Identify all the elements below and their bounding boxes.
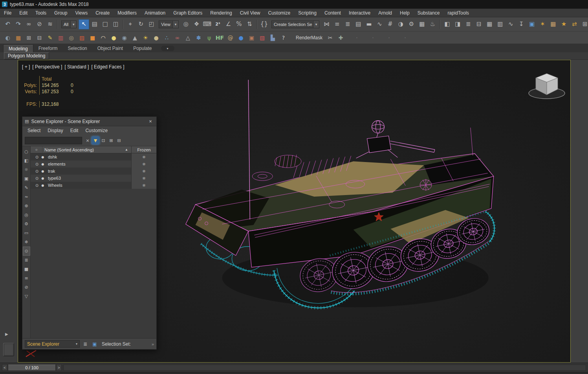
frozen-snowflake-icon[interactable]: ❄ (131, 160, 156, 168)
film-values-icon[interactable]: ▥ (55, 33, 66, 42)
frozen-snowflake-icon[interactable]: ❄ (131, 168, 156, 175)
menu-views[interactable]: Views (71, 9, 92, 17)
row-type63[interactable]: ⊙ ● type63 ❄ (31, 175, 156, 182)
display-xrefs-icon[interactable]: ◎ (23, 210, 30, 219)
chevrons-more-icon[interactable]: » (152, 342, 154, 346)
camera-box-icon[interactable]: ▣ (246, 33, 257, 42)
tab-selection[interactable]: Selection (62, 44, 92, 52)
object-name[interactable]: Wheels (46, 183, 131, 188)
display-helpers-icon[interactable]: ⊕ (23, 201, 30, 210)
object-name[interactable]: type63 (46, 176, 131, 181)
sphere-yellow-icon[interactable]: ● (108, 33, 119, 42)
render-big-icon[interactable]: ▣ (527, 19, 537, 29)
window-crossing-icon[interactable]: ◫ (110, 19, 121, 29)
layers-stack-icon[interactable]: ≣ (81, 340, 89, 348)
reference-coordinate-dropdown[interactable]: View ▾ (159, 20, 179, 28)
column-frozen-header[interactable]: Frozen (131, 146, 156, 153)
dock-explorer-icon[interactable]: ◨ (452, 19, 463, 29)
list-view-icon[interactable]: ≣ (23, 256, 30, 265)
sun-icon[interactable]: ☀ (140, 33, 151, 42)
wire-sphere-icon[interactable]: ◉ (119, 33, 130, 42)
selection-filter-dropdown[interactable]: All ▾ (61, 20, 77, 28)
align-icon[interactable]: ≡ (332, 19, 343, 29)
rectangular-selection-region-icon[interactable]: □ (100, 19, 110, 29)
filter-funnel-icon[interactable]: ▼ (92, 136, 99, 144)
ribbon-minimize-button[interactable]: ▾ (161, 46, 174, 51)
se-menu-select[interactable]: Select (24, 128, 44, 133)
track-view-icon[interactable]: ▦ (484, 19, 495, 29)
visibility-eye-icon[interactable]: ⊙ (34, 162, 40, 166)
rendermask-button[interactable]: RenderMask (293, 35, 325, 41)
menu-content[interactable]: Content (321, 9, 345, 17)
redo-icon[interactable]: ↷ (13, 19, 24, 29)
layer-explorer-icon[interactable]: ≣ (463, 19, 474, 29)
menu-edit[interactable]: Edit (15, 9, 31, 17)
hf-tool-icon[interactable]: HF (214, 33, 225, 42)
viewcube[interactable] (526, 70, 567, 101)
row-dshk[interactable]: ⊙ ● dshk ❄ (31, 153, 156, 160)
row-elements[interactable]: ⊙ ● elements ❄ (31, 160, 156, 168)
time-slider-track[interactable] (63, 365, 586, 371)
viewport-pov-menu[interactable]: [ Perspective ] (32, 64, 62, 70)
tab-freeform[interactable]: Freeform (33, 44, 63, 52)
select-and-link-icon[interactable]: ∞ (24, 19, 34, 29)
clear-search-icon[interactable]: × (84, 136, 92, 144)
snapshot-icon[interactable]: ▦ (548, 19, 559, 29)
schematic-view-icon[interactable]: # (385, 19, 396, 29)
display-spacewarps-icon[interactable]: ≈ (23, 192, 30, 201)
se-menu-edit[interactable]: Edit (67, 128, 82, 133)
perspective-viewport[interactable]: [ + ] [ Perspective ] [ Standard ] [ Edg… (18, 60, 571, 363)
percent-snap-icon[interactable]: % (234, 19, 244, 29)
select-and-rotate-icon[interactable]: ↻ (136, 19, 146, 29)
previous-frame-button[interactable]: < (2, 364, 7, 371)
display-none-icon[interactable]: ○ (23, 147, 30, 156)
menu-rendering[interactable]: Rendering (206, 9, 236, 17)
detail-view-icon[interactable]: ≡ (23, 274, 30, 283)
render-dot-icon[interactable]: ● (40, 169, 46, 173)
select-object-icon[interactable]: ↖ (79, 19, 89, 29)
thumbnail-view-icon[interactable]: ■ (23, 265, 30, 274)
checker-bitmap-icon[interactable]: ▦ (13, 33, 24, 42)
tab-object-paint[interactable]: Object Paint (92, 44, 128, 52)
polygon-modeling-panel-button[interactable]: Polygon Modeling (4, 52, 49, 59)
menu-group[interactable]: Group (50, 9, 71, 17)
grid-b-icon[interactable]: ⊟ (34, 33, 45, 42)
unlink-selection-icon[interactable]: ⊘ (34, 19, 45, 29)
scissors-icon[interactable]: ✂ (325, 33, 335, 42)
favorite-star-icon[interactable]: ★ (559, 19, 569, 29)
select-and-scale-icon[interactable]: ◰ (146, 19, 157, 29)
stats-chart-icon[interactable]: ▙ (267, 33, 278, 42)
explorer-name-dropdown[interactable]: Scene Explorer ▾ (25, 340, 80, 348)
menu-modifiers[interactable]: Modifiers (114, 9, 141, 17)
display-shapes-icon[interactable]: ✎ (23, 183, 30, 192)
column-name-header[interactable]: Name (Sorted Ascending) ▲ (42, 146, 131, 153)
se-menu-display[interactable]: Display (44, 128, 66, 133)
toggle-ribbon-icon[interactable]: ▬ (364, 19, 374, 29)
select-and-move-icon[interactable]: ⌖ (125, 19, 136, 29)
download-icon[interactable]: ↧ (516, 19, 527, 29)
menu-customize[interactable]: Customize (264, 9, 295, 17)
sphere-tan-icon[interactable]: ● (151, 33, 161, 42)
object-name[interactable]: elements (46, 162, 131, 166)
target-spiral-icon[interactable]: ◎ (66, 33, 77, 42)
curve-graph-icon[interactable]: ∿ (506, 19, 516, 29)
filter-hidden-icon[interactable]: ⊙ (23, 247, 30, 256)
snaps-toggle-icon[interactable]: 2³ (212, 19, 223, 29)
swap-arrows-icon[interactable]: ⇄ (569, 19, 580, 29)
window-grid-icon[interactable]: ⊞ (580, 19, 588, 29)
next-frame-button[interactable]: > (56, 364, 62, 371)
angle-snap-icon[interactable]: ∠ (223, 19, 234, 29)
bind-to-space-warp-icon[interactable]: ≋ (45, 19, 55, 29)
color-cube-icon[interactable]: ▧ (257, 33, 267, 42)
menu-tools[interactable]: Tools (31, 9, 50, 17)
column-icon-header[interactable]: ○ (31, 146, 42, 153)
menu-animation[interactable]: Animation (141, 9, 169, 17)
close-icon[interactable]: × (147, 118, 154, 124)
menu-rapidtools[interactable]: rapidTools (443, 9, 473, 17)
menu-create[interactable]: Create (92, 9, 114, 17)
edit-named-selection-sets-icon[interactable]: {} (259, 19, 269, 29)
menu-graph-editors[interactable]: Graph Editors (169, 9, 206, 17)
keyboard-override-icon[interactable]: ⌨ (202, 19, 212, 29)
help-icon[interactable]: ? (278, 33, 289, 42)
row-trak[interactable]: ⊙ ● trak ❄ (31, 168, 156, 175)
